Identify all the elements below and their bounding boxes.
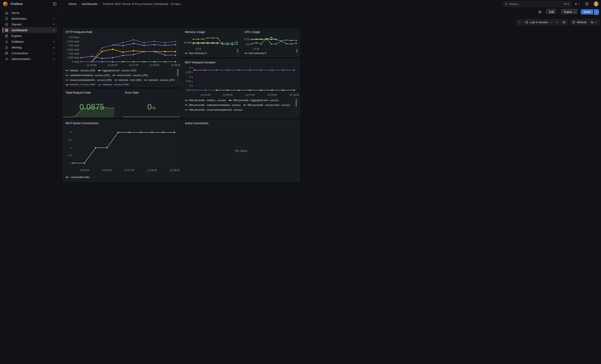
http-legend: initialize - success (200)logging/setLev… bbox=[66, 69, 175, 85]
sidebar-item-label: Home bbox=[11, 11, 55, 14]
chevron-down-icon[interactable] bbox=[53, 52, 55, 54]
svg-text:12:27:00: 12:27:00 bbox=[245, 94, 255, 96]
sidebar-item-dashboards[interactable]: Dashboards bbox=[2, 27, 57, 33]
dashboard-toolbar: Edit Export Share bbox=[60, 8, 300, 16]
chevron-down-icon[interactable] bbox=[53, 23, 55, 26]
sidebar-item-home[interactable]: Home bbox=[2, 10, 57, 16]
total-request-rate-value: 0.0875 bbox=[63, 102, 121, 111]
sidebar-nav: Home Bookmarks Starred Dashboards bbox=[0, 8, 60, 64]
svg-text:12:29:00: 12:29:00 bbox=[170, 169, 180, 172]
panel-title[interactable]: MCP Request Duration bbox=[182, 59, 300, 64]
svg-text:12:25: 12:25 bbox=[253, 48, 259, 50]
svg-text:0%: 0% bbox=[246, 43, 250, 46]
drilldown-icon bbox=[5, 40, 8, 43]
svg-text:5 s: 5 s bbox=[190, 67, 193, 69]
legend-item[interactable]: - (streamable-http) bbox=[66, 176, 90, 179]
legend-scrollbar[interactable] bbox=[177, 69, 179, 85]
svg-text:12:28:00: 12:28:00 bbox=[150, 64, 159, 67]
legend-item[interactable]: tools/call - error (404) bbox=[114, 79, 141, 81]
legend-item[interactable]: 95th percentile - notifications/initiali… bbox=[185, 104, 240, 107]
breadcrumb: Home › Dashboards › ToolHive MCP Server … bbox=[69, 2, 183, 6]
breadcrumb-separator: › bbox=[79, 2, 80, 6]
panel-http-request-rate: HTTP Request Rate 12:25:0012:26:0012:27:… bbox=[63, 29, 181, 87]
svg-text:2.50 s: 2.50 s bbox=[186, 89, 193, 92]
legend-item[interactable]: fetch-telemetry-0 bbox=[244, 52, 267, 55]
svg-text:0.025 req/s: 0.025 req/s bbox=[67, 40, 80, 43]
sidebar-item-bookmarks[interactable]: Bookmarks bbox=[2, 16, 57, 21]
legend-item[interactable]: fetch-telemetry-0 bbox=[185, 52, 207, 55]
http-request-rate-chart[interactable]: 12:25:0012:26:0012:27:0012:28:0012:29:00… bbox=[64, 35, 179, 67]
panel-title[interactable]: CPU Usage bbox=[242, 29, 300, 34]
svg-text:1.5: 1.5 bbox=[68, 154, 71, 157]
svg-text:12:26:00: 12:26:00 bbox=[223, 94, 232, 96]
svg-text:0.005 req/s: 0.005 req/s bbox=[67, 56, 80, 59]
legend-scrollbar[interactable] bbox=[296, 49, 298, 55]
mcp-active-connections-chart[interactable]: 12:25:0012:26:0012:27:0012:28:0012:29:00… bbox=[64, 126, 179, 173]
panel-title[interactable]: Error Rate bbox=[122, 89, 181, 95]
legend-item[interactable]: 95th percentile - initialize - success bbox=[185, 99, 226, 102]
chevron-down-icon[interactable] bbox=[53, 58, 55, 60]
svg-text:12:27:00: 12:27:00 bbox=[125, 169, 134, 172]
grafana-logo-icon[interactable] bbox=[3, 1, 8, 7]
svg-text:0.2%: 0.2% bbox=[244, 38, 250, 41]
sidebar-item-administration[interactable]: Administration bbox=[2, 56, 57, 62]
panel-error-rate: Error Rate 0% bbox=[122, 89, 181, 118]
svg-text:2.5: 2.5 bbox=[68, 139, 71, 141]
svg-text:12:25:00: 12:25:00 bbox=[87, 64, 96, 67]
legend-item[interactable]: tools/call - success (200) bbox=[144, 79, 174, 81]
legend-item[interactable]: 95th percentile - resources/list - succe… bbox=[243, 104, 290, 107]
panel-title[interactable]: Total Request Rate bbox=[63, 89, 121, 95]
sidebar-item-label: Dashboards bbox=[11, 29, 53, 32]
breadcrumb-separator: › bbox=[100, 2, 100, 6]
legend-item[interactable]: initialize - success (200) bbox=[66, 69, 95, 72]
legend-item[interactable]: resources/list - success (200) bbox=[112, 74, 148, 77]
sidebar-item-alerting[interactable]: Alerting bbox=[2, 45, 57, 50]
dock-menu-icon[interactable] bbox=[53, 2, 57, 6]
legend-item[interactable]: 95th percentile - logging/setLevel - suc… bbox=[229, 99, 279, 102]
panel-title[interactable]: Memory Usage bbox=[182, 29, 240, 34]
chevron-down-icon[interactable] bbox=[53, 18, 55, 20]
legend-item[interactable]: logging/setLevel - success (200) bbox=[98, 69, 136, 72]
panel-title[interactable]: HTTP Request Rate bbox=[63, 29, 181, 34]
memory-usage-chart[interactable]: 12:2516 MiB bbox=[183, 34, 239, 51]
sidebar-item-starred[interactable]: Starred bbox=[2, 21, 57, 27]
svg-text:1: 1 bbox=[70, 162, 71, 165]
chevron-down-icon[interactable] bbox=[53, 46, 55, 49]
legend-item[interactable]: tools/list - success (200) bbox=[66, 83, 95, 85]
error-rate-value: 0% bbox=[122, 102, 181, 111]
svg-text:3 s: 3 s bbox=[190, 84, 193, 87]
panel-active-goroutines: Active Goroutines No data bbox=[182, 120, 300, 182]
breadcrumb-current: ToolHive MCP Server & Proxy Runner Dashb… bbox=[102, 2, 183, 6]
svg-text:12:25: 12:25 bbox=[195, 48, 201, 50]
sidebar-item-connections[interactable]: Connections bbox=[2, 50, 57, 56]
svg-text:12:26:00: 12:26:00 bbox=[108, 64, 118, 67]
cpu-usage-chart[interactable]: 12:250%0.2% bbox=[243, 34, 299, 51]
sidebar-item-explore[interactable]: Explore bbox=[2, 33, 57, 39]
sidebar-item-label: Starred bbox=[11, 23, 53, 26]
breadcrumb-home[interactable]: Home bbox=[69, 2, 77, 6]
svg-text:12:28:00: 12:28:00 bbox=[147, 169, 157, 172]
svg-text:12:26:00: 12:26:00 bbox=[102, 169, 112, 172]
cpu-legend: fetch-telemetry-0 bbox=[244, 52, 294, 55]
brand-title: Grafana bbox=[10, 2, 53, 6]
panel-title[interactable]: Active Goroutines bbox=[182, 120, 300, 125]
bookmark-icon bbox=[5, 17, 8, 20]
chevron-down-icon[interactable] bbox=[53, 40, 55, 43]
breadcrumb-dashboards[interactable]: Dashboards bbox=[81, 2, 98, 6]
mcp-request-duration-chart[interactable]: 12:25:0012:26:0012:27:0012:28:0012:29:00… bbox=[184, 65, 298, 97]
legend-scrollbar[interactable] bbox=[237, 49, 238, 55]
sidebar-item-label: Connections bbox=[11, 51, 53, 55]
svg-text:2: 2 bbox=[70, 147, 71, 149]
legend-item[interactable]: unknown - success (200) bbox=[98, 83, 129, 85]
legend-item[interactable]: resources/templates/list - success (200) bbox=[66, 79, 112, 81]
sidebar-item-drilldown[interactable]: Drilldown bbox=[2, 39, 57, 45]
chevron-down-icon[interactable] bbox=[53, 29, 55, 31]
legend-scrollbar[interactable] bbox=[296, 99, 297, 116]
svg-text:0.01 req/s: 0.01 req/s bbox=[68, 52, 80, 55]
panel-title[interactable]: MCP Active Connections bbox=[63, 120, 181, 125]
legend-item[interactable]: 95th percentile - resources/templates/li… bbox=[185, 108, 242, 111]
svg-text:12:29:00: 12:29:00 bbox=[289, 94, 299, 96]
sidebar-item-label: Explore bbox=[11, 34, 55, 38]
legend-item[interactable]: notifications/initialized - success (202… bbox=[66, 74, 110, 77]
no-data-message: No data bbox=[182, 149, 300, 153]
